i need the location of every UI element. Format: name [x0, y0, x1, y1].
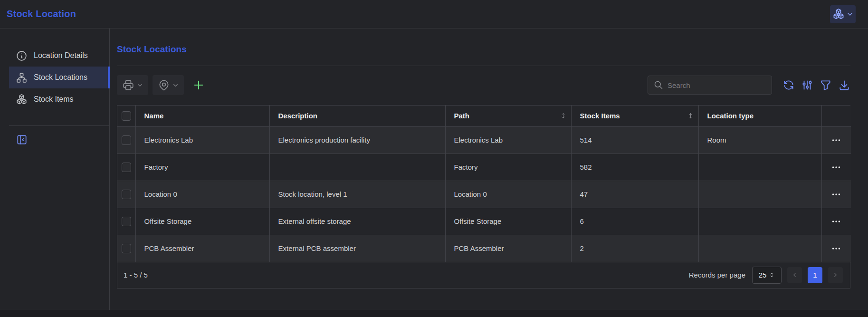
cell-path: PCB Assembler	[445, 235, 571, 262]
sort-icon[interactable]	[687, 112, 694, 119]
row-menu-icon[interactable]	[822, 216, 851, 227]
cell-path: Location 0	[445, 181, 571, 208]
page-title: Stock Location	[7, 9, 76, 19]
pagination-controls: Records per page 25 1	[689, 267, 843, 284]
table-footer: 1 - 5 / 5 Records per page 25 1	[117, 262, 850, 288]
column-header-path[interactable]: Path	[445, 106, 571, 126]
row-checkbox[interactable]	[122, 135, 131, 145]
row-checkbox[interactable]	[122, 163, 131, 172]
location-actions-button[interactable]	[153, 75, 184, 95]
cell-name: Offsite Storage	[135, 208, 269, 235]
cell-location-type: Room	[698, 126, 821, 154]
selector-icon	[769, 272, 775, 278]
cell-name: Factory	[135, 154, 269, 181]
cell-description	[269, 154, 445, 181]
cell-name: Electronics Lab	[135, 126, 269, 154]
main-panel: Stock Locations	[110, 29, 868, 317]
toolbar-left-group	[117, 75, 209, 95]
cell-path: Factory	[445, 154, 571, 181]
sitemap-icon	[16, 72, 28, 84]
top-bar: Stock Location	[0, 0, 868, 29]
row-checkbox[interactable]	[122, 244, 131, 253]
chevron-down-icon	[136, 82, 143, 89]
column-header-description[interactable]: Description	[269, 106, 445, 126]
select-all-checkbox[interactable]	[122, 111, 131, 121]
cell-location-type	[698, 181, 821, 208]
cell-description: External PCB assembler	[269, 235, 445, 262]
next-page-button[interactable]	[828, 267, 843, 283]
sidebar-item-stock-items[interactable]: Stock Items	[9, 88, 109, 110]
previous-page-button[interactable]	[787, 267, 802, 283]
print-actions-button[interactable]	[117, 75, 148, 95]
row-checkbox[interactable]	[122, 190, 131, 199]
refresh-icon[interactable]	[782, 79, 795, 91]
sort-icon[interactable]	[560, 112, 567, 119]
record-range-label: 1 - 5 / 5	[124, 271, 148, 279]
cell-description: Stock location, level 1	[269, 181, 445, 208]
column-header-location-type[interactable]: Location type	[698, 106, 821, 126]
stock-actions-button[interactable]	[830, 5, 856, 23]
row-menu-icon[interactable]	[822, 189, 851, 200]
column-header-name[interactable]: Name	[135, 106, 269, 126]
window-bottom-edge	[0, 310, 868, 317]
cell-location-type	[698, 208, 821, 235]
page-button-1[interactable]: 1	[808, 267, 822, 283]
content-shell: Location Details Stock Locations Stock I…	[0, 29, 868, 317]
page-size-select[interactable]: 25	[752, 267, 782, 284]
plus-icon	[192, 78, 205, 92]
row-menu-icon[interactable]	[822, 135, 851, 145]
sidebar-item-label: Stock Locations	[34, 73, 87, 82]
sidebar-collapse-icon[interactable]	[16, 134, 28, 146]
map-pin-icon	[158, 79, 170, 91]
table-row[interactable]: Electronics Lab Electronics production f…	[117, 126, 851, 154]
search-box	[648, 76, 772, 95]
column-header-stock-items[interactable]: Stock Items	[571, 106, 698, 126]
chevron-right-icon	[832, 271, 839, 279]
table-row[interactable]: PCB Assembler External PCB assembler PCB…	[117, 235, 851, 262]
row-checkbox[interactable]	[122, 217, 131, 226]
sidebar: Location Details Stock Locations Stock I…	[0, 29, 110, 317]
cell-description: External offsite storage	[269, 208, 445, 235]
stock-locations-table: Name Description Path Stock Items	[117, 105, 850, 288]
cell-stock-items: 2	[571, 235, 698, 262]
cell-name: Location 0	[135, 181, 269, 208]
cell-stock-items: 6	[571, 208, 698, 235]
toolbar-right-group	[648, 76, 850, 95]
cell-stock-items: 47	[571, 181, 698, 208]
cell-name: PCB Assembler	[135, 235, 269, 262]
page-size-value: 25	[759, 271, 767, 279]
search-input[interactable]	[668, 81, 767, 89]
table-toolbar	[117, 75, 850, 95]
packages-icon	[16, 94, 28, 106]
sidebar-divider	[9, 125, 109, 126]
sidebar-item-stock-locations[interactable]: Stock Locations	[9, 67, 109, 88]
download-icon[interactable]	[838, 79, 850, 91]
chevron-down-icon	[172, 82, 179, 89]
panel-title: Stock Locations	[117, 44, 850, 55]
table-row[interactable]: Factory Factory 582	[117, 154, 851, 181]
table-row[interactable]: Location 0 Stock location, level 1 Locat…	[117, 181, 851, 208]
info-circle-icon	[16, 50, 28, 62]
panel-divider	[117, 66, 850, 66]
cell-location-type	[698, 235, 821, 262]
add-location-button[interactable]	[188, 75, 209, 95]
cell-path: Electronics Lab	[445, 126, 571, 154]
cell-stock-items: 514	[571, 126, 698, 154]
sidebar-item-label: Stock Items	[34, 95, 74, 104]
printer-icon	[122, 79, 134, 91]
sidebar-item-location-details[interactable]: Location Details	[9, 45, 109, 67]
packages-icon	[832, 8, 845, 20]
row-menu-icon[interactable]	[822, 243, 851, 254]
chevron-down-icon	[846, 10, 854, 18]
cell-stock-items: 582	[571, 154, 698, 181]
row-menu-icon[interactable]	[822, 162, 851, 173]
adjustments-icon[interactable]	[801, 79, 813, 91]
search-icon	[654, 80, 663, 90]
cell-path: Offsite Storage	[445, 208, 571, 235]
cell-description: Electronics production facility	[269, 126, 445, 154]
sidebar-item-label: Location Details	[34, 51, 88, 60]
table-row[interactable]: Offsite Storage External offsite storage…	[117, 208, 851, 235]
records-per-page-label: Records per page	[689, 271, 745, 279]
chevron-left-icon	[791, 271, 798, 279]
filter-icon[interactable]	[820, 79, 832, 91]
